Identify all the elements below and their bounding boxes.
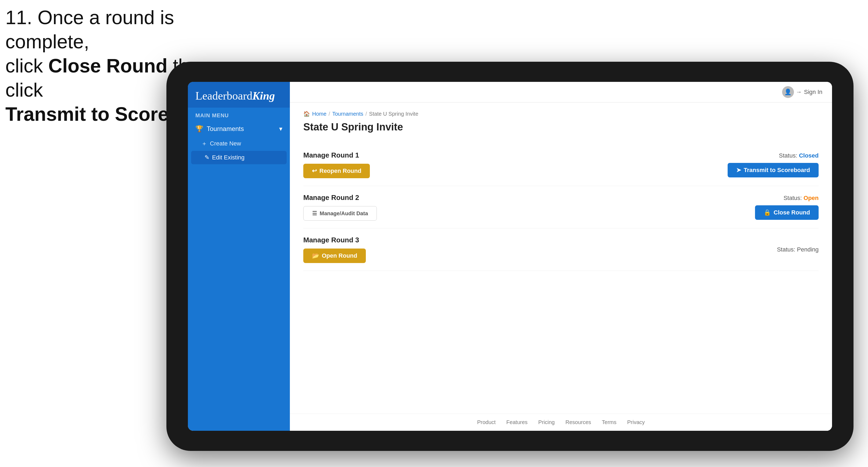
open-round-button[interactable]: 📂 Open Round (303, 249, 366, 263)
reopen-round-button[interactable]: ↩ Reopen Round (303, 164, 370, 178)
sidebar-item-tournaments[interactable]: 🏆 Tournaments ▾ (188, 121, 290, 136)
round-2-section: Manage Round 2 ☰ Manage/Audit Data Statu… (303, 186, 818, 228)
breadcrumb-home[interactable]: Home (312, 111, 327, 117)
breadcrumb-current: State U Spring Invite (369, 111, 418, 117)
logo-text: LeaderboardKing (195, 89, 282, 102)
content-area: 🏠 Home / Tournaments / State U Spring In… (290, 102, 832, 413)
tournaments-label: Tournaments (207, 125, 244, 132)
trophy-icon: 🏆 (195, 125, 204, 132)
footer-privacy[interactable]: Privacy (627, 419, 645, 426)
transmit-icon: ➤ (736, 167, 741, 174)
plus-icon: ＋ (201, 139, 207, 148)
audit-icon: ☰ (312, 210, 317, 217)
transmit-to-scoreboard-button[interactable]: ➤ Transmit to Scoreboard (727, 163, 818, 178)
lock-icon: 🔒 (764, 209, 771, 216)
footer-pricing[interactable]: Pricing (538, 419, 555, 426)
app-container: LeaderboardKing MAIN MENU 🏆 Tournaments … (188, 82, 832, 431)
chevron-down-icon: ▾ (279, 125, 282, 132)
sidebar-menu-label: MAIN MENU (188, 107, 290, 121)
open-icon: 📂 (312, 252, 319, 259)
sidebar-logo: LeaderboardKing (188, 82, 290, 107)
footer-resources[interactable]: Resources (565, 419, 591, 426)
top-bar: 👤 → Sign In (290, 82, 832, 102)
round-3-section: Manage Round 3 📂 Open Round Status: Pend… (303, 228, 818, 271)
footer: Product Features Pricing Resources Terms… (290, 413, 832, 431)
home-icon: 🏠 (303, 111, 310, 117)
close-round-button[interactable]: 🔒 Close Round (755, 205, 818, 220)
avatar: 👤 (782, 86, 794, 98)
instruction-line1: 11. Once a round is complete, (5, 5, 247, 54)
footer-product[interactable]: Product (477, 419, 496, 426)
round-2-title: Manage Round 2 (303, 193, 755, 202)
manage-audit-data-button[interactable]: ☰ Manage/Audit Data (303, 206, 377, 221)
footer-features[interactable]: Features (506, 419, 528, 426)
sidebar-create-new[interactable]: ＋ Create New (188, 136, 290, 151)
page-title: State U Spring Invite (303, 121, 818, 133)
round-2-status: Status: Open (783, 195, 818, 201)
edit-icon: ✎ (205, 154, 209, 161)
round-1-title: Manage Round 1 (303, 151, 727, 159)
sign-in-button[interactable]: 👤 → Sign In (782, 86, 823, 98)
round-3-status: Status: Pending (777, 246, 818, 253)
footer-terms[interactable]: Terms (602, 419, 616, 426)
sign-in-label: → (796, 89, 802, 96)
breadcrumb-tournaments[interactable]: Tournaments (332, 111, 364, 117)
tablet-device: LeaderboardKing MAIN MENU 🏆 Tournaments … (166, 62, 854, 451)
round-1-status: Status: Closed (779, 152, 818, 159)
tablet-screen: LeaderboardKing MAIN MENU 🏆 Tournaments … (188, 82, 832, 431)
round-1-section: Manage Round 1 ↩ Reopen Round Status: Cl… (303, 144, 818, 186)
round-3-title: Manage Round 3 (303, 236, 777, 244)
breadcrumb: 🏠 Home / Tournaments / State U Spring In… (303, 111, 818, 117)
reopen-icon: ↩ (312, 167, 317, 175)
sidebar: LeaderboardKing MAIN MENU 🏆 Tournaments … (188, 82, 290, 431)
main-content: 👤 → Sign In 🏠 Home / Tournaments / State (290, 82, 832, 431)
sidebar-edit-existing[interactable]: ✎ Edit Existing (191, 151, 287, 164)
